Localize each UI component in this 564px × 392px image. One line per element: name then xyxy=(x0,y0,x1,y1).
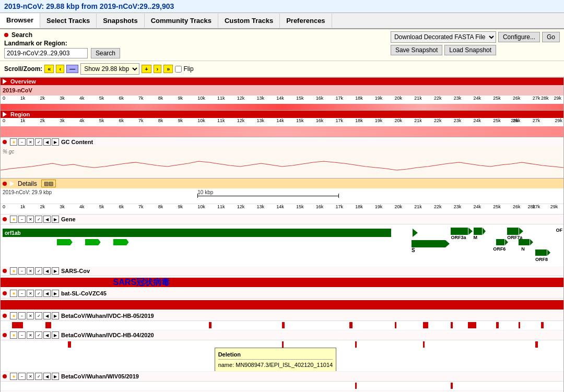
scroll-far-right[interactable]: » xyxy=(163,65,173,73)
details-scale-bar: 2019-nCoV: 29.9 kbp 10 kbp xyxy=(1,188,563,204)
bat-sl-title: bat-SL-CoVZC45 xyxy=(61,290,107,296)
orf8-arrow xyxy=(547,250,550,256)
bc04-arrow-left[interactable]: ◀ xyxy=(43,331,51,339)
overview-bar xyxy=(1,104,563,110)
nav-community-tracks[interactable]: Community Tracks xyxy=(145,14,218,28)
gene-minus[interactable]: − xyxy=(18,216,26,223)
m-label: M xyxy=(474,235,478,240)
gene-check[interactable]: ✓ xyxy=(35,216,42,223)
bc05-minus[interactable]: − xyxy=(18,312,26,319)
download-select[interactable]: Download Decorated FASTA File xyxy=(391,31,496,43)
bc04-minus[interactable]: − xyxy=(18,331,26,339)
gene-x[interactable]: ✕ xyxy=(27,216,34,223)
sars-cov-header: ★ − ✕ ✓ ◀ ▶ SARS-Cov xyxy=(1,266,563,276)
gene-star[interactable]: ★ xyxy=(10,216,17,223)
wiv05-arrow-left[interactable]: ◀ xyxy=(43,373,51,380)
wiv05-x[interactable]: ✕ xyxy=(27,373,34,380)
gc-arrow-left[interactable]: ◀ xyxy=(43,138,51,146)
of-label: OF xyxy=(556,228,563,233)
nav-browser[interactable]: Browser xyxy=(0,13,40,28)
bc05-star[interactable]: ★ xyxy=(10,312,17,319)
betacov05-indicator xyxy=(3,314,7,318)
sars-minus[interactable]: − xyxy=(18,267,26,275)
bc05-x[interactable]: ✕ xyxy=(27,312,34,319)
betacov-05-title: BetaCoV/Wuhan/IVDC-HB-05/2019 xyxy=(61,313,154,319)
gc-x[interactable]: ✕ xyxy=(27,138,34,146)
toolbar-row: Scroll/Zoom: « ‹ — Show 29.88 kbp + › » … xyxy=(0,61,564,77)
orf7a-gene[interactable] xyxy=(507,228,519,235)
bc04-arrow-right[interactable]: ▶ xyxy=(52,331,59,339)
details-toggle-icon[interactable] xyxy=(10,181,14,186)
gene-arrow-left[interactable]: ◀ xyxy=(43,216,51,223)
betacov-04-header: ★ − ✕ ✓ ◀ ▶ BetaCoV/Wuhan/IVDC-HB-04/202… xyxy=(1,330,563,340)
gc-check[interactable]: ✓ xyxy=(35,138,42,146)
wiv05-bar1 xyxy=(355,383,357,389)
sars-x[interactable]: ✕ xyxy=(27,267,34,275)
orf1ab-gene[interactable]: orf1ab xyxy=(3,229,391,237)
sars-arrow-left[interactable]: ◀ xyxy=(43,267,51,275)
bat-arrow-right[interactable]: ▶ xyxy=(52,290,59,297)
deletion-tooltip: Deletion name: MN908947.3/EPI_ISL_402120… xyxy=(215,348,337,372)
gc-arrow-right[interactable]: ▶ xyxy=(52,138,59,146)
region-ruler: 0 1k 2k 3k 4k 5k 6k 7k 8k 9k 10k 11k 12k… xyxy=(1,118,563,126)
configure-button[interactable]: Configure... xyxy=(498,32,540,42)
wiv05-star[interactable]: ★ xyxy=(10,373,17,380)
wiv05-controls: ★ − ✕ ✓ ◀ ▶ xyxy=(10,373,59,380)
zoom-out[interactable]: — xyxy=(66,65,78,73)
wiv05-minus[interactable]: − xyxy=(18,373,26,380)
zoom-in[interactable]: + xyxy=(142,65,151,73)
orf7a-arrow xyxy=(519,228,523,235)
gc-title: GC Content xyxy=(61,139,93,145)
bat-minus[interactable]: − xyxy=(18,290,26,297)
nav-select-tracks[interactable]: Select Tracks xyxy=(40,14,97,28)
gene-arrow-right[interactable]: ▶ xyxy=(52,216,59,223)
orf6-gene[interactable] xyxy=(496,239,504,245)
sars-check[interactable]: ✓ xyxy=(35,267,42,275)
scroll-right[interactable]: › xyxy=(154,65,162,73)
gene-track-header: ★ − ✕ ✓ ◀ ▶ Gene xyxy=(1,215,563,224)
bat-check[interactable]: ✓ xyxy=(35,290,42,297)
bc04-x[interactable]: ✕ xyxy=(27,331,34,339)
wiv05-check[interactable]: ✓ xyxy=(35,373,42,380)
nav-bar: Browser Select Tracks Snapshots Communit… xyxy=(0,13,564,29)
gc-section: ★ − ✕ ✓ ◀ ▶ GC Content % gc xyxy=(0,137,564,179)
bat-star[interactable]: ★ xyxy=(10,290,17,297)
overview-toggle-icon[interactable] xyxy=(3,79,7,84)
go-button[interactable]: Go xyxy=(542,32,560,42)
save-snapshot-button[interactable]: Save Snapshot xyxy=(391,45,442,55)
bc05-arrow-left[interactable]: ◀ xyxy=(43,312,51,319)
orf8-gene[interactable] xyxy=(535,250,547,256)
bat-x[interactable]: ✕ xyxy=(27,290,34,297)
nav-snapshots[interactable]: Snapshots xyxy=(97,14,144,28)
sars-arrow-right[interactable]: ▶ xyxy=(52,267,59,275)
zoom-select[interactable]: Show 29.88 kbp xyxy=(80,63,139,75)
bc04-check[interactable]: ✓ xyxy=(35,331,42,339)
orf1ab-sub3 xyxy=(113,239,129,245)
bc04-bar5 xyxy=(535,341,538,348)
bc04-star[interactable]: ★ xyxy=(10,331,17,339)
gc-star[interactable]: ★ xyxy=(10,138,17,146)
bc05-check[interactable]: ✓ xyxy=(35,312,42,319)
bc05-arrow-right[interactable]: ▶ xyxy=(52,312,59,319)
search-section: Search Landmark or Region: Search Downlo… xyxy=(0,29,564,61)
sars-cov-cn-label: SARS冠状病毒 xyxy=(113,277,170,288)
landmark-input[interactable] xyxy=(4,48,88,58)
search-button[interactable]: Search xyxy=(91,48,120,58)
s-gene[interactable] xyxy=(412,240,445,247)
nav-custom-tracks[interactable]: Custom Tracks xyxy=(218,14,280,28)
load-snapshot-button[interactable]: Load Snapshot xyxy=(444,45,496,55)
bc04-bar2 xyxy=(282,341,284,348)
bat-arrow-left[interactable]: ◀ xyxy=(43,290,51,297)
m-gene[interactable] xyxy=(474,228,482,235)
orf3a-gene[interactable] xyxy=(451,228,467,235)
scroll-left[interactable]: ‹ xyxy=(56,65,64,73)
gc-minus[interactable]: − xyxy=(18,138,26,146)
scroll-far-left[interactable]: « xyxy=(44,65,54,73)
gene-title: Gene xyxy=(61,216,76,222)
nav-preferences[interactable]: Preferences xyxy=(280,14,332,28)
flip-checkbox[interactable] xyxy=(175,66,182,73)
n-gene[interactable] xyxy=(519,239,530,245)
wiv05-arrow-right[interactable]: ▶ xyxy=(52,373,59,380)
region-toggle-icon[interactable] xyxy=(3,112,7,117)
sars-star[interactable]: ★ xyxy=(10,267,17,275)
